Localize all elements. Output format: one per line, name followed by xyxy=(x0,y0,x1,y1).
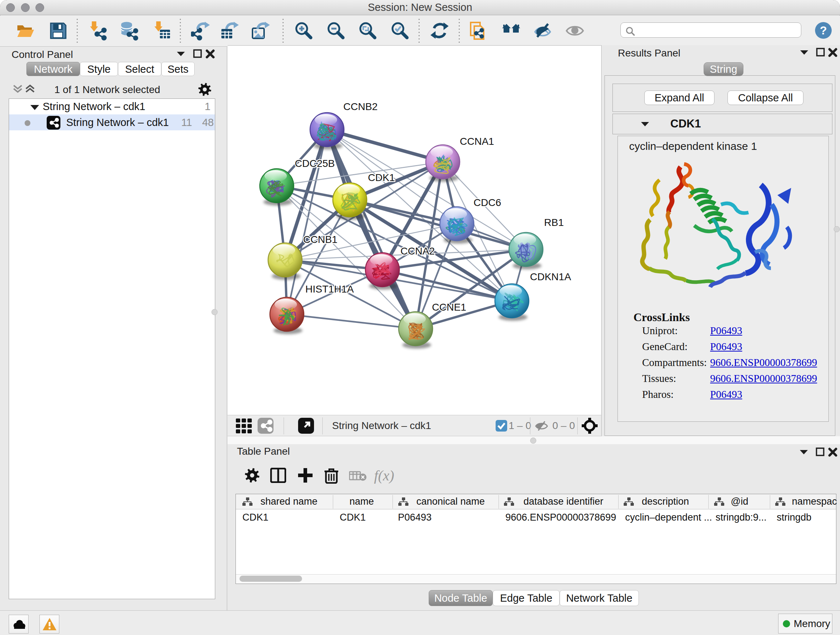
svg-text:CDKN1A: CDKN1A xyxy=(530,271,571,282)
svg-text:CDK1: CDK1 xyxy=(368,172,395,183)
svg-text:CCNB2: CCNB2 xyxy=(343,101,378,112)
svg-text:CDC6: CDC6 xyxy=(474,197,501,208)
svg-text:CCNB1: CCNB1 xyxy=(303,234,338,245)
svg-text:CCNA2: CCNA2 xyxy=(401,245,435,257)
svg-text:CDC25B: CDC25B xyxy=(295,158,335,169)
svg-text:RB1: RB1 xyxy=(544,217,564,228)
svg-text:HIST1H1A: HIST1H1A xyxy=(305,283,354,295)
svg-text:CCNE1: CCNE1 xyxy=(432,302,466,313)
svg-text:CCNA1: CCNA1 xyxy=(460,136,494,147)
